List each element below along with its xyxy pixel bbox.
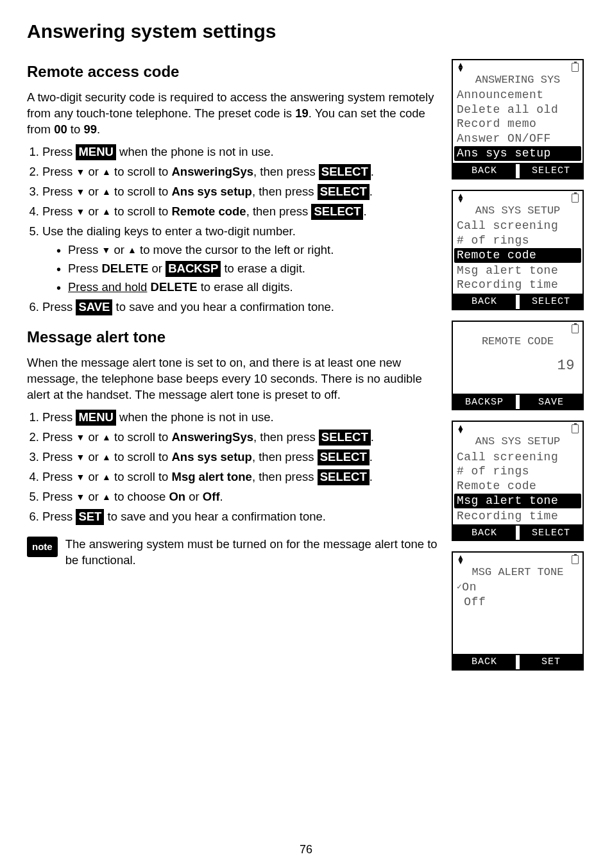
softkey-back: BACK: [453, 655, 516, 669]
step-5: Use the dialing keys to enter a two-digi…: [42, 224, 440, 296]
step-6: Press SET to save and you hear a confirm…: [42, 509, 440, 525]
battery-icon: [572, 324, 579, 333]
step-3: Press ▼ or ▲ to scroll to Ans sys setup,…: [42, 449, 440, 465]
step-4: Press ▼ or ▲ to scroll to Msg alert tone…: [42, 469, 440, 485]
battery-icon: [572, 424, 579, 433]
section-heading-remote-code: Remote access code: [27, 62, 440, 82]
up-arrow-icon: ▲: [102, 431, 111, 444]
up-arrow-icon: ▲: [102, 471, 111, 483]
note-badge: note: [27, 537, 58, 557]
step-1: Press MENU when the phone is not in use.: [42, 144, 440, 160]
lcd-item: Msg alert tone: [455, 263, 580, 278]
msg-alert-steps: Press MENU when the phone is not in use.…: [27, 410, 440, 525]
section-heading-msg-alert: Message alert tone: [27, 327, 440, 347]
up-arrow-icon: ▲: [102, 451, 111, 463]
softkey-back: BACK: [453, 295, 516, 309]
select-key: SELECT: [318, 469, 370, 485]
msg-alert-intro: When the message alert tone is set to on…: [27, 355, 440, 403]
lcd-item: Record memo: [455, 117, 580, 131]
lcd-screen-ans-sys-setup-remote: ▲▼ ANS SYS SETUP Call screening # of rin…: [452, 190, 584, 310]
battery-icon: [572, 63, 579, 72]
backsp-key: BACKSP: [166, 261, 221, 277]
softkey-backsp: BACKSP: [453, 395, 516, 409]
softkey-save: SAVE: [516, 395, 582, 409]
step-2: Press ▼ or ▲ to scroll to AnsweringSys, …: [42, 430, 440, 446]
lcd-title: ANS SYS SETUP: [455, 435, 580, 448]
save-key: SAVE: [76, 299, 112, 315]
down-arrow-icon: ▼: [76, 431, 85, 444]
lcd-screen-remote-code: REMOTE CODE 19 BACKSP SAVE: [452, 321, 584, 411]
screens-column: ▲▼ ANSWERING SYS Announcement Delete all…: [452, 55, 585, 671]
up-arrow-icon: ▲: [102, 166, 111, 178]
softkey-back: BACK: [453, 526, 516, 540]
step-5-bullet-2: Press DELETE or BACKSP to erase a digit.: [56, 261, 440, 277]
down-arrow-icon: ▼: [76, 206, 85, 218]
lcd-item: Answer ON/OFF: [455, 131, 580, 146]
menu-key: MENU: [76, 144, 115, 160]
down-arrow-icon: ▼: [101, 244, 110, 256]
note-text: The answering system must be turned on f…: [65, 537, 440, 569]
step-4: Press ▼ or ▲ to scroll to Remote code, t…: [42, 204, 440, 220]
remote-code-steps: Press MENU when the phone is not in use.…: [27, 144, 440, 315]
lcd-item: # of rings: [455, 233, 580, 248]
note-block: note The answering system must be turned…: [27, 537, 440, 569]
step-5: Press ▼ or ▲ to choose On or Off.: [42, 489, 440, 505]
battery-icon: [572, 555, 579, 564]
lcd-item: Call screening: [455, 219, 580, 233]
select-key: SELECT: [318, 449, 370, 465]
select-key: SELECT: [311, 204, 363, 220]
lcd-screen-msg-alert-tone: ▲▼ MSG ALERT TONE ✓On Off BACK SET: [452, 551, 584, 671]
remote-code-intro: A two-digit security code is required to…: [27, 90, 440, 138]
lcd-value: 19: [455, 357, 580, 375]
menu-key: MENU: [76, 410, 115, 426]
down-arrow-icon: ▼: [76, 166, 85, 178]
lcd-item: Remote code: [455, 479, 580, 494]
lcd-screen-ans-sys-setup-msg: ▲▼ ANS SYS SETUP Call screening # of rin…: [452, 421, 584, 541]
lcd-title: ANS SYS SETUP: [455, 204, 580, 217]
scroll-indicator-icon: ▲▼: [457, 555, 464, 563]
step-1: Press MENU when the phone is not in use.: [42, 410, 440, 426]
up-arrow-icon: ▲: [102, 186, 111, 198]
down-arrow-icon: ▼: [76, 491, 85, 503]
softkey-select: SELECT: [516, 164, 582, 178]
up-arrow-icon: ▲: [128, 244, 137, 256]
lcd-item-selected: Ans sys setup: [454, 146, 581, 161]
softkey-select: SELECT: [516, 526, 582, 540]
lcd-title: MSG ALERT TONE: [455, 565, 580, 579]
step-6: Press SAVE to save and you hear a confir…: [42, 299, 440, 315]
scroll-indicator-icon: ▲▼: [457, 63, 464, 71]
select-key: SELECT: [319, 164, 371, 180]
softkey-back: BACK: [453, 164, 516, 178]
select-key: SELECT: [319, 430, 371, 446]
lcd-item: Off: [455, 595, 580, 610]
set-key: SET: [76, 509, 104, 525]
lcd-screen-answering-sys: ▲▼ ANSWERING SYS Announcement Delete all…: [452, 59, 584, 179]
battery-icon: [572, 194, 579, 203]
step-5-bullet-3: Press and hold DELETE to erase all digit…: [56, 280, 440, 296]
lcd-item: # of rings: [455, 464, 580, 479]
lcd-item: Recording time: [455, 278, 580, 292]
lcd-item: Announcement: [455, 88, 580, 103]
lcd-title: ANSWERING SYS: [455, 73, 580, 87]
softkey-set: SET: [516, 655, 582, 669]
up-arrow-icon: ▲: [102, 491, 111, 503]
content-column: Remote access code A two-digit security …: [27, 55, 440, 671]
step-5-bullet-1: Press ▼ or ▲ to move the cursor to the l…: [56, 242, 440, 258]
lcd-item-selected: Remote code: [454, 248, 581, 263]
up-arrow-icon: ▲: [102, 206, 111, 218]
step-2: Press ▼ or ▲ to scroll to AnsweringSys, …: [42, 164, 440, 180]
lcd-item: Recording time: [455, 509, 580, 524]
down-arrow-icon: ▼: [76, 471, 85, 483]
lcd-item-selected: ✓On: [455, 580, 580, 595]
down-arrow-icon: ▼: [76, 451, 85, 463]
scroll-indicator-icon: ▲▼: [457, 194, 464, 202]
scroll-indicator-icon: ▲▼: [457, 425, 464, 433]
select-key: SELECT: [318, 184, 370, 200]
lcd-item: Call screening: [455, 450, 580, 465]
down-arrow-icon: ▼: [76, 186, 85, 198]
lcd-item-selected: Msg alert tone: [454, 494, 581, 508]
lcd-item: Delete all old: [455, 103, 580, 117]
softkey-select: SELECT: [516, 295, 582, 309]
lcd-title: REMOTE CODE: [455, 335, 580, 348]
step-3: Press ▼ or ▲ to scroll to Ans sys setup,…: [42, 184, 440, 200]
